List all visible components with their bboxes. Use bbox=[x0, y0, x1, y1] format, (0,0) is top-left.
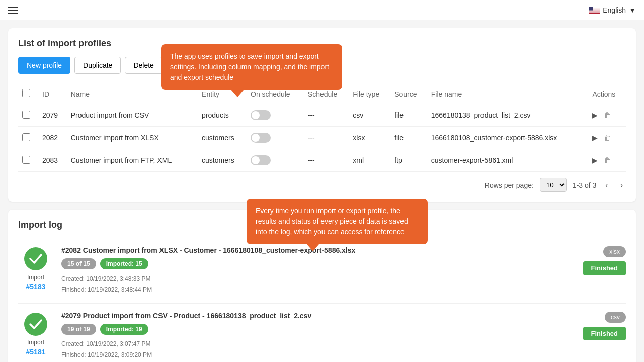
table-row: 2082 Customer import from XLSX customers… bbox=[18, 127, 626, 149]
created-date: Created: 10/19/2022, 3:07:47 PM bbox=[61, 339, 568, 350]
svg-rect-5 bbox=[589, 11, 600, 12]
col-source: Source bbox=[390, 84, 427, 104]
row-checkbox[interactable] bbox=[22, 156, 30, 164]
cell-schedule: --- bbox=[304, 127, 349, 149]
svg-point-9 bbox=[24, 313, 47, 336]
check-circle-icon bbox=[23, 246, 48, 272]
imported-badge: Imported: 15 bbox=[100, 258, 148, 269]
cell-name: Product import from CSV bbox=[67, 104, 198, 127]
cell-file-name: 1666180108_customer-export-5886.xlsx bbox=[427, 127, 589, 149]
cell-actions: ▶ 🗑 bbox=[588, 149, 626, 172]
main-content: The app uses profiles to save import and… bbox=[0, 20, 644, 362]
log-item: Import #5183 #2082 Customer import from … bbox=[18, 238, 626, 304]
col-actions: Actions bbox=[588, 84, 626, 104]
cell-on-schedule bbox=[247, 127, 304, 149]
cell-name: Customer import from XLSX bbox=[67, 127, 198, 149]
delete-button[interactable]: Delete bbox=[125, 57, 162, 74]
cell-on-schedule bbox=[247, 104, 304, 127]
svg-rect-7 bbox=[589, 7, 593, 11]
table-row: 2083 Customer import from FTP, XML custo… bbox=[18, 149, 626, 172]
run-button[interactable]: ▶ bbox=[592, 111, 598, 119]
log-right: xlsx Finished bbox=[576, 246, 626, 275]
cell-file-type: xml bbox=[349, 149, 390, 172]
cell-file-name: 1666180138_product_list_2.csv bbox=[427, 104, 589, 127]
log-meta: Created: 10/19/2022, 3:07:47 PM Finished… bbox=[61, 339, 568, 360]
duplicate-button[interactable]: Duplicate bbox=[74, 57, 121, 74]
row-checkbox[interactable] bbox=[22, 111, 30, 119]
cell-actions: ▶ 🗑 bbox=[588, 104, 626, 127]
finished-date: Finished: 10/19/2022, 3:48:44 PM bbox=[61, 285, 568, 296]
log-item: Import #5181 #2079 Product import from C… bbox=[18, 304, 626, 362]
log-title: #2079 Product import from CSV - Product … bbox=[61, 312, 568, 320]
cell-entity: customers bbox=[198, 149, 247, 172]
cell-file-type: csv bbox=[349, 104, 390, 127]
language-selector[interactable]: English ▼ bbox=[589, 6, 636, 14]
finished-date: Finished: 10/19/2022, 3:09:20 PM bbox=[61, 350, 568, 361]
file-type-badge: xlsx bbox=[603, 246, 626, 257]
run-button[interactable]: ▶ bbox=[592, 134, 598, 142]
check-circle-icon bbox=[23, 312, 48, 337]
import-id-link[interactable]: #5181 bbox=[26, 348, 46, 356]
col-file-type: File type bbox=[349, 84, 390, 104]
cell-schedule: --- bbox=[304, 104, 349, 127]
import-id-link[interactable]: #5183 bbox=[26, 283, 46, 291]
svg-rect-6 bbox=[589, 12, 600, 13]
created-date: Created: 10/19/2022, 3:48:33 PM bbox=[61, 274, 568, 285]
count-badge: 19 of 19 bbox=[61, 324, 96, 335]
pagination-info: 1-3 of 3 bbox=[573, 181, 596, 189]
row-checkbox[interactable] bbox=[22, 133, 30, 141]
on-schedule-toggle[interactable] bbox=[251, 110, 271, 120]
log-badges: 15 of 15 Imported: 15 bbox=[61, 258, 568, 269]
col-id: ID bbox=[38, 84, 67, 104]
hamburger-menu[interactable] bbox=[8, 7, 18, 14]
svg-point-8 bbox=[24, 247, 47, 270]
cell-name: Customer import from FTP, XML bbox=[67, 149, 198, 172]
tooltip-profiles: The app uses profiles to save import and… bbox=[161, 44, 342, 90]
delete-row-button[interactable]: 🗑 bbox=[604, 134, 611, 142]
select-all-checkbox[interactable] bbox=[22, 89, 30, 97]
col-file-name: File name bbox=[427, 84, 589, 104]
cell-id: 2079 bbox=[38, 104, 67, 127]
cell-source: file bbox=[390, 104, 427, 127]
cell-entity: products bbox=[198, 104, 247, 127]
delete-row-button[interactable]: 🗑 bbox=[604, 111, 611, 119]
top-navigation: English ▼ bbox=[0, 0, 644, 20]
prev-page-button[interactable]: ‹ bbox=[602, 178, 611, 192]
imported-badge: Imported: 19 bbox=[100, 324, 148, 335]
run-button[interactable]: ▶ bbox=[592, 156, 598, 164]
cell-on-schedule bbox=[247, 149, 304, 172]
import-label: Import bbox=[27, 339, 44, 346]
log-right: csv Finished bbox=[576, 312, 626, 340]
cell-file-type: xlsx bbox=[349, 127, 390, 149]
count-badge: 15 of 15 bbox=[61, 258, 96, 269]
rows-per-page-select[interactable]: 10 25 50 bbox=[540, 178, 567, 192]
delete-row-button[interactable]: 🗑 bbox=[604, 156, 611, 164]
table-footer: Rows per page: 10 25 50 1-3 of 3 ‹ › bbox=[18, 172, 626, 192]
cell-source: file bbox=[390, 127, 427, 149]
cell-actions: ▶ 🗑 bbox=[588, 127, 626, 149]
cell-file-name: customer-export-5861.xml bbox=[427, 149, 589, 172]
file-type-badge: csv bbox=[605, 312, 626, 323]
cell-id: 2083 bbox=[38, 149, 67, 172]
on-schedule-toggle[interactable] bbox=[251, 155, 271, 165]
new-profile-button[interactable]: New profile bbox=[18, 57, 70, 74]
cell-id: 2082 bbox=[38, 127, 67, 149]
log-badges: 19 of 19 Imported: 19 bbox=[61, 324, 568, 335]
language-label: English bbox=[603, 6, 626, 14]
flag-icon bbox=[589, 7, 600, 14]
status-badge: Finished bbox=[583, 327, 626, 340]
log-body: #2079 Product import from CSV - Product … bbox=[61, 312, 568, 360]
cell-source: ftp bbox=[390, 149, 427, 172]
chevron-down-icon: ▼ bbox=[629, 6, 636, 14]
on-schedule-toggle[interactable] bbox=[251, 133, 271, 143]
profiles-table: ID Name Entity On schedule Schedule File… bbox=[18, 84, 626, 172]
log-icon-group: Import #5183 bbox=[18, 246, 53, 291]
log-icon-group: Import #5181 bbox=[18, 312, 53, 356]
status-badge: Finished bbox=[583, 261, 626, 275]
cell-entity: customers bbox=[198, 127, 247, 149]
rows-per-page-label: Rows per page: bbox=[485, 181, 534, 189]
table-row: 2079 Product import from CSV products --… bbox=[18, 104, 626, 127]
import-label: Import bbox=[27, 274, 44, 281]
next-page-button[interactable]: › bbox=[617, 178, 626, 192]
cell-schedule: --- bbox=[304, 149, 349, 172]
